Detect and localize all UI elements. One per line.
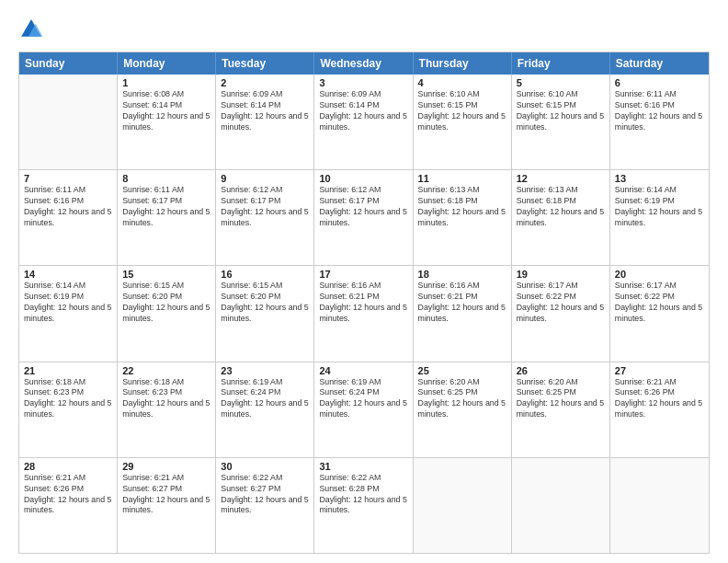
cal-cell: 18Sunrise: 6:16 AMSunset: 6:21 PMDayligh… xyxy=(414,266,512,361)
day-info: Sunrise: 6:21 AMSunset: 6:26 PMDaylight:… xyxy=(24,473,112,517)
logo-icon xyxy=(18,17,44,42)
day-number: 29 xyxy=(122,461,210,472)
day-number: 23 xyxy=(221,365,309,376)
calendar-body: 1Sunrise: 6:08 AMSunset: 6:14 PMDaylight… xyxy=(19,75,709,553)
day-number: 27 xyxy=(615,365,704,376)
day-number: 17 xyxy=(319,269,407,280)
cal-header-day: Wednesday xyxy=(314,52,413,75)
cal-cell: 29Sunrise: 6:21 AMSunset: 6:27 PMDayligh… xyxy=(118,458,216,553)
day-info: Sunrise: 6:16 AMSunset: 6:21 PMDaylight:… xyxy=(319,281,407,325)
cal-cell: 17Sunrise: 6:16 AMSunset: 6:21 PMDayligh… xyxy=(314,266,413,361)
cal-cell: 26Sunrise: 6:20 AMSunset: 6:25 PMDayligh… xyxy=(512,362,610,457)
day-number: 13 xyxy=(615,173,704,184)
day-number: 28 xyxy=(24,461,112,472)
cal-cell: 7Sunrise: 6:11 AMSunset: 6:16 PMDaylight… xyxy=(19,170,118,265)
day-number: 7 xyxy=(24,173,112,184)
cal-header-day: Sunday xyxy=(19,52,118,75)
cal-cell: 22Sunrise: 6:18 AMSunset: 6:23 PMDayligh… xyxy=(118,362,216,457)
day-number: 21 xyxy=(24,365,112,376)
cal-cell xyxy=(19,75,118,169)
day-info: Sunrise: 6:14 AMSunset: 6:19 PMDaylight:… xyxy=(615,185,704,229)
cal-cell: 6Sunrise: 6:11 AMSunset: 6:16 PMDaylight… xyxy=(610,75,709,169)
day-number: 8 xyxy=(122,173,210,184)
day-info: Sunrise: 6:14 AMSunset: 6:19 PMDaylight:… xyxy=(24,281,112,325)
cal-cell: 14Sunrise: 6:14 AMSunset: 6:19 PMDayligh… xyxy=(19,266,118,361)
day-info: Sunrise: 6:11 AMSunset: 6:17 PMDaylight:… xyxy=(122,185,210,229)
day-number: 26 xyxy=(517,365,605,376)
day-number: 16 xyxy=(221,269,309,280)
day-number: 12 xyxy=(517,173,605,184)
day-number: 25 xyxy=(418,365,506,376)
cal-cell: 25Sunrise: 6:20 AMSunset: 6:25 PMDayligh… xyxy=(414,362,512,457)
cal-cell: 3Sunrise: 6:09 AMSunset: 6:14 PMDaylight… xyxy=(314,75,413,169)
day-info: Sunrise: 6:19 AMSunset: 6:24 PMDaylight:… xyxy=(221,377,309,421)
day-number: 15 xyxy=(122,269,210,280)
day-number: 1 xyxy=(122,77,210,88)
day-number: 22 xyxy=(122,365,210,376)
day-info: Sunrise: 6:22 AMSunset: 6:28 PMDaylight:… xyxy=(319,473,407,517)
day-info: Sunrise: 6:09 AMSunset: 6:14 PMDaylight:… xyxy=(221,89,309,133)
cal-cell: 24Sunrise: 6:19 AMSunset: 6:24 PMDayligh… xyxy=(314,362,413,457)
cal-cell: 31Sunrise: 6:22 AMSunset: 6:28 PMDayligh… xyxy=(314,458,413,553)
cal-cell xyxy=(512,458,610,553)
day-number: 24 xyxy=(319,365,407,376)
day-info: Sunrise: 6:10 AMSunset: 6:15 PMDaylight:… xyxy=(418,89,506,133)
day-info: Sunrise: 6:20 AMSunset: 6:25 PMDaylight:… xyxy=(418,377,506,421)
day-info: Sunrise: 6:10 AMSunset: 6:15 PMDaylight:… xyxy=(517,89,605,133)
day-info: Sunrise: 6:18 AMSunset: 6:23 PMDaylight:… xyxy=(24,377,112,421)
day-number: 20 xyxy=(615,269,704,280)
cal-cell: 2Sunrise: 6:09 AMSunset: 6:14 PMDaylight… xyxy=(216,75,314,169)
cal-cell: 21Sunrise: 6:18 AMSunset: 6:23 PMDayligh… xyxy=(19,362,118,457)
page: SundayMondayTuesdayWednesdayThursdayFrid… xyxy=(0,0,728,563)
logo xyxy=(18,17,48,42)
cal-week-row: 1Sunrise: 6:08 AMSunset: 6:14 PMDaylight… xyxy=(19,75,709,169)
cal-cell: 12Sunrise: 6:13 AMSunset: 6:18 PMDayligh… xyxy=(512,170,610,265)
cal-cell: 13Sunrise: 6:14 AMSunset: 6:19 PMDayligh… xyxy=(610,170,709,265)
cal-cell: 19Sunrise: 6:17 AMSunset: 6:22 PMDayligh… xyxy=(512,266,610,361)
cal-cell: 28Sunrise: 6:21 AMSunset: 6:26 PMDayligh… xyxy=(19,458,118,553)
day-info: Sunrise: 6:08 AMSunset: 6:14 PMDaylight:… xyxy=(122,89,210,133)
cal-cell: 4Sunrise: 6:10 AMSunset: 6:15 PMDaylight… xyxy=(414,75,512,169)
day-number: 2 xyxy=(221,77,309,88)
day-info: Sunrise: 6:13 AMSunset: 6:18 PMDaylight:… xyxy=(418,185,506,229)
day-number: 30 xyxy=(221,461,309,472)
header xyxy=(18,17,710,42)
cal-week-row: 28Sunrise: 6:21 AMSunset: 6:26 PMDayligh… xyxy=(19,457,709,553)
day-number: 14 xyxy=(24,269,112,280)
cal-week-row: 21Sunrise: 6:18 AMSunset: 6:23 PMDayligh… xyxy=(19,362,709,457)
cal-cell: 11Sunrise: 6:13 AMSunset: 6:18 PMDayligh… xyxy=(414,170,512,265)
day-info: Sunrise: 6:11 AMSunset: 6:16 PMDaylight:… xyxy=(615,89,704,133)
day-info: Sunrise: 6:16 AMSunset: 6:21 PMDaylight:… xyxy=(418,281,506,325)
cal-cell: 8Sunrise: 6:11 AMSunset: 6:17 PMDaylight… xyxy=(118,170,216,265)
day-number: 4 xyxy=(418,77,506,88)
day-number: 18 xyxy=(418,269,506,280)
day-number: 3 xyxy=(319,77,407,88)
day-info: Sunrise: 6:15 AMSunset: 6:20 PMDaylight:… xyxy=(221,281,309,325)
day-number: 9 xyxy=(221,173,309,184)
cal-cell: 9Sunrise: 6:12 AMSunset: 6:17 PMDaylight… xyxy=(216,170,314,265)
day-info: Sunrise: 6:12 AMSunset: 6:17 PMDaylight:… xyxy=(319,185,407,229)
cal-cell: 15Sunrise: 6:15 AMSunset: 6:20 PMDayligh… xyxy=(118,266,216,361)
cal-header-day: Tuesday xyxy=(216,52,314,75)
calendar-header: SundayMondayTuesdayWednesdayThursdayFrid… xyxy=(19,52,709,75)
day-number: 11 xyxy=(418,173,506,184)
calendar: SundayMondayTuesdayWednesdayThursdayFrid… xyxy=(18,52,710,554)
day-info: Sunrise: 6:13 AMSunset: 6:18 PMDaylight:… xyxy=(517,185,605,229)
day-info: Sunrise: 6:19 AMSunset: 6:24 PMDaylight:… xyxy=(319,377,407,421)
day-info: Sunrise: 6:22 AMSunset: 6:27 PMDaylight:… xyxy=(221,473,309,517)
cal-week-row: 14Sunrise: 6:14 AMSunset: 6:19 PMDayligh… xyxy=(19,265,709,361)
day-info: Sunrise: 6:20 AMSunset: 6:25 PMDaylight:… xyxy=(517,377,605,421)
cal-cell: 23Sunrise: 6:19 AMSunset: 6:24 PMDayligh… xyxy=(216,362,314,457)
day-info: Sunrise: 6:11 AMSunset: 6:16 PMDaylight:… xyxy=(24,185,112,229)
day-info: Sunrise: 6:09 AMSunset: 6:14 PMDaylight:… xyxy=(319,89,407,133)
cal-cell: 5Sunrise: 6:10 AMSunset: 6:15 PMDaylight… xyxy=(512,75,610,169)
cal-cell xyxy=(414,458,512,553)
cal-cell: 1Sunrise: 6:08 AMSunset: 6:14 PMDaylight… xyxy=(118,75,216,169)
cal-header-day: Monday xyxy=(118,52,216,75)
day-info: Sunrise: 6:15 AMSunset: 6:20 PMDaylight:… xyxy=(122,281,210,325)
cal-cell: 16Sunrise: 6:15 AMSunset: 6:20 PMDayligh… xyxy=(216,266,314,361)
cal-cell: 20Sunrise: 6:17 AMSunset: 6:22 PMDayligh… xyxy=(610,266,709,361)
cal-week-row: 7Sunrise: 6:11 AMSunset: 6:16 PMDaylight… xyxy=(19,169,709,265)
day-info: Sunrise: 6:12 AMSunset: 6:17 PMDaylight:… xyxy=(221,185,309,229)
day-info: Sunrise: 6:17 AMSunset: 6:22 PMDaylight:… xyxy=(517,281,605,325)
